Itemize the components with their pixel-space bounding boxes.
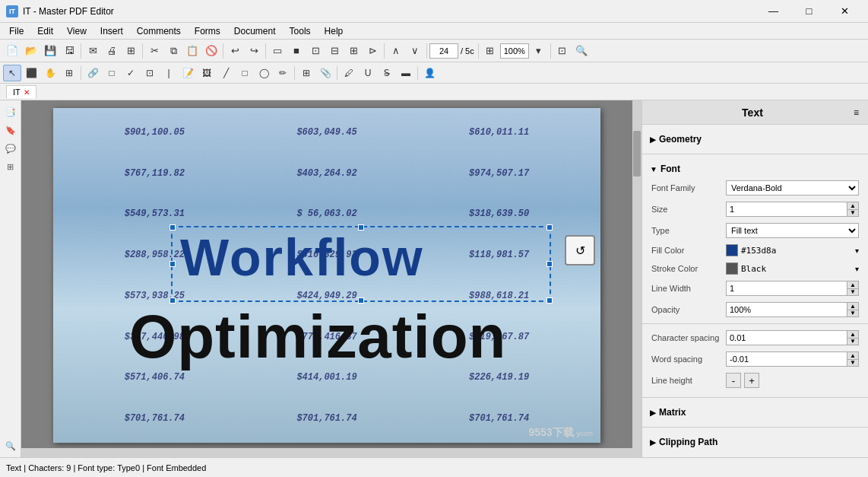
highlight-btn[interactable]: 🖊: [340, 65, 358, 81]
zoom-input[interactable]: [500, 43, 529, 59]
menu-comments[interactable]: Comments: [131, 24, 187, 38]
stamp-btn[interactable]: 👤: [420, 65, 439, 81]
menu-tools[interactable]: Tools: [284, 24, 317, 38]
open-btn[interactable]: 📂: [22, 42, 40, 60]
handle-mid-left[interactable]: [169, 261, 176, 267]
rect-tool-btn[interactable]: □: [236, 65, 254, 81]
minimize-button[interactable]: —: [756, 0, 790, 23]
size-down-btn[interactable]: ▼: [847, 209, 859, 217]
stroke-color-dropdown-icon[interactable]: ▾: [855, 265, 859, 273]
opacity-input[interactable]: [726, 302, 847, 317]
paste-btn[interactable]: 📋: [183, 42, 201, 60]
select-tool-btn[interactable]: ↖: [3, 65, 21, 81]
size-up-btn[interactable]: ▲: [847, 202, 859, 209]
save-btn[interactable]: 💾: [41, 42, 59, 60]
char-spacing-down-btn[interactable]: ▼: [847, 338, 859, 345]
word-spacing-up-btn[interactable]: ▲: [847, 351, 859, 359]
stroke-color-value[interactable]: Black ▾: [726, 262, 859, 275]
scroll-thumb[interactable]: [633, 131, 641, 176]
fill-color-swatch[interactable]: [726, 244, 738, 256]
opacity-down-btn[interactable]: ▼: [847, 310, 859, 317]
strikeout-btn[interactable]: S̶: [378, 65, 396, 81]
line-tool-btn[interactable]: ╱: [217, 65, 235, 81]
handle-top-left[interactable]: [169, 224, 176, 231]
line-width-up-btn[interactable]: ▲: [847, 281, 859, 288]
opacity-up-btn[interactable]: ▲: [847, 302, 859, 310]
search-btn[interactable]: 🔍: [572, 42, 591, 60]
fill-color-value[interactable]: #153d8a ▾: [726, 244, 859, 256]
tab-close-btn[interactable]: ✕: [24, 88, 30, 97]
hand-tool-btn[interactable]: ✋: [41, 65, 59, 81]
line-height-minus-btn[interactable]: -: [726, 373, 741, 388]
scan-btn[interactable]: ⊞: [122, 42, 140, 60]
wave1-btn[interactable]: ∧: [387, 42, 405, 60]
sidebar-annot-btn[interactable]: 💬: [2, 140, 19, 157]
attach-btn[interactable]: 📎: [316, 65, 334, 81]
line-width-down-btn[interactable]: ▼: [847, 288, 859, 296]
size-input[interactable]: [726, 202, 847, 217]
word-spacing-down-btn[interactable]: ▼: [847, 359, 859, 367]
maximize-button[interactable]: □: [792, 0, 826, 23]
page-num-input[interactable]: [429, 43, 458, 59]
type-select[interactable]: Fill text: [726, 223, 859, 238]
menu-view[interactable]: View: [61, 24, 93, 38]
print-btn[interactable]: 🖨: [103, 42, 121, 60]
workflow-text-container[interactable]: Workflow ↺: [171, 226, 551, 302]
obj1-btn[interactable]: ⊡: [306, 42, 325, 60]
word-spacing-input[interactable]: [726, 351, 847, 367]
undo-btn[interactable]: ↩: [226, 42, 244, 60]
clipping-section-header[interactable]: ▶ Clipping Path: [642, 434, 868, 450]
annot1-btn[interactable]: ⊞: [297, 65, 315, 81]
redo-btn[interactable]: ↪: [245, 42, 263, 60]
menu-edit[interactable]: Edit: [31, 24, 59, 38]
line-height-plus-btn[interactable]: +: [744, 373, 759, 388]
stroke-color-swatch[interactable]: [726, 262, 738, 275]
ellipse-tool-btn[interactable]: ◯: [255, 65, 273, 81]
delete-btn[interactable]: 🚫: [202, 42, 220, 60]
obj2-btn[interactable]: ⊟: [325, 42, 344, 60]
line-width-input[interactable]: [726, 281, 847, 296]
horizontal-scrollbar[interactable]: [21, 448, 632, 457]
menu-forms[interactable]: Forms: [188, 24, 227, 38]
matrix-section-header[interactable]: ▶ Matrix: [642, 404, 868, 421]
export-btn[interactable]: ⊡: [553, 42, 572, 60]
link-tool-btn[interactable]: 🔗: [84, 65, 102, 81]
img-tool-btn[interactable]: 🖼: [198, 65, 216, 81]
input-tool-btn[interactable]: |: [160, 65, 178, 81]
sidebar-layers-btn[interactable]: ⊞: [2, 158, 19, 175]
menu-help[interactable]: Help: [318, 24, 350, 38]
menu-insert[interactable]: Insert: [94, 24, 129, 38]
email-btn[interactable]: ✉: [84, 42, 102, 60]
check-tool-btn[interactable]: ✓: [122, 65, 140, 81]
pen-tool-btn[interactable]: ✏: [274, 65, 292, 81]
sidebar-pages-btn[interactable]: 📑: [2, 103, 19, 120]
wave2-btn[interactable]: ∨: [406, 42, 424, 60]
font-family-select[interactable]: Verdana-Bold: [726, 180, 859, 196]
handle-top-right[interactable]: [546, 224, 553, 231]
tab-it[interactable]: IT ✕: [6, 85, 36, 98]
rotate-handle[interactable]: ↺: [565, 235, 595, 266]
text-tool-btn[interactable]: 📝: [179, 65, 197, 81]
panel-pin-btn[interactable]: ≡: [854, 107, 859, 118]
menu-file[interactable]: File: [3, 24, 30, 38]
media-tool-btn[interactable]: □: [103, 65, 121, 81]
char-spacing-up-btn[interactable]: ▲: [847, 330, 859, 338]
obj3-btn[interactable]: ⊞: [344, 42, 363, 60]
underline-btn[interactable]: U: [359, 65, 377, 81]
sidebar-bookmarks-btn[interactable]: 🔖: [2, 122, 19, 138]
cut-btn[interactable]: ✂: [145, 42, 163, 60]
pan-tool-btn[interactable]: ⬛: [22, 65, 40, 81]
save-as-btn[interactable]: 🖫: [60, 42, 78, 60]
copy-btn[interactable]: ⧉: [164, 42, 182, 60]
zoom-options-btn[interactable]: ▾: [530, 42, 548, 60]
crop-tool-btn[interactable]: ⊞: [60, 65, 78, 81]
align-btn[interactable]: ⊳: [363, 42, 382, 60]
fit-btn[interactable]: ⊞: [481, 42, 499, 60]
font-section-header[interactable]: ▼ Font: [642, 161, 868, 177]
vertical-scrollbar[interactable]: [632, 100, 641, 457]
fill-btn[interactable]: ■: [287, 42, 306, 60]
sidebar-search-btn[interactable]: 🔍: [2, 437, 19, 454]
char-spacing-input[interactable]: [726, 330, 847, 345]
geometry-section-header[interactable]: ▶ Geometry: [642, 131, 868, 148]
fill-color-dropdown-icon[interactable]: ▾: [855, 246, 859, 255]
